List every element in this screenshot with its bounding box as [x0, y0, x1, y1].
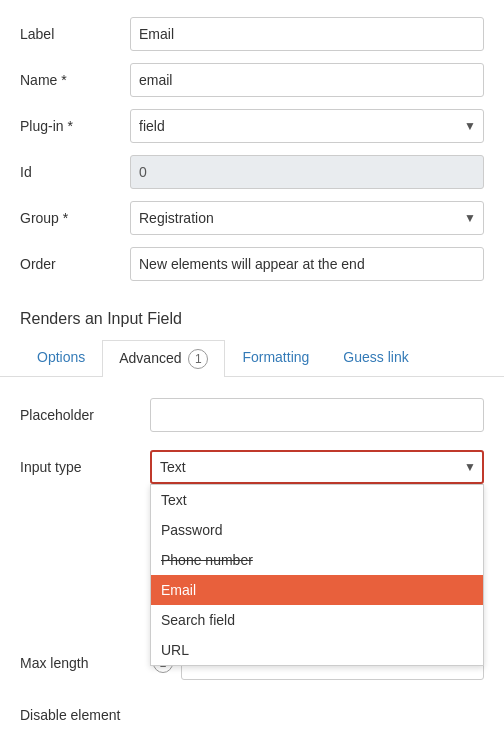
- tab-content-advanced: Placeholder Input type Text ▼ Text Passw…: [0, 377, 504, 732]
- id-input: [130, 155, 484, 189]
- group-row: Group * Registration ▼: [20, 200, 484, 236]
- tab-options[interactable]: Options: [20, 340, 102, 377]
- tab-guess-link[interactable]: Guess link: [326, 340, 425, 377]
- order-input[interactable]: [130, 247, 484, 281]
- disable-element-row: Disable element: [20, 697, 484, 732]
- tab-formatting[interactable]: Formatting: [225, 340, 326, 377]
- label-label: Label: [20, 26, 130, 42]
- placeholder-label: Placeholder: [20, 407, 150, 423]
- input-type-select[interactable]: Text: [150, 450, 484, 484]
- input-type-label: Input type: [20, 459, 150, 475]
- tabs-bar: Options Advanced 1 Formatting Guess link: [0, 340, 504, 377]
- dropdown-item-phone[interactable]: Phone number: [151, 545, 483, 575]
- group-select[interactable]: Registration: [130, 201, 484, 235]
- tab-formatting-label: Formatting: [242, 349, 309, 365]
- group-select-wrapper: Registration ▼: [130, 201, 484, 235]
- form-section: Label Name * Plug-in * field ▼ Id Group …: [0, 0, 504, 302]
- input-type-container: Text ▼ Text Password Phone number Email …: [150, 450, 484, 484]
- dropdown-item-url[interactable]: URL: [151, 635, 483, 665]
- dropdown-item-email[interactable]: Email: [151, 575, 483, 605]
- order-row: Order: [20, 246, 484, 282]
- renders-title: Renders an Input Field: [0, 302, 504, 340]
- plugin-select-wrapper: field ▼: [130, 109, 484, 143]
- dropdown-item-text[interactable]: Text: [151, 485, 483, 515]
- label-input[interactable]: [130, 17, 484, 51]
- tab-advanced-badge: 1: [188, 349, 208, 369]
- id-row: Id: [20, 154, 484, 190]
- placeholder-row: Placeholder: [20, 397, 484, 433]
- name-row: Name *: [20, 62, 484, 98]
- id-label: Id: [20, 164, 130, 180]
- order-label: Order: [20, 256, 130, 272]
- plugin-row: Plug-in * field ▼: [20, 108, 484, 144]
- input-type-dropdown: Text Password Phone number Email Search …: [150, 484, 484, 666]
- disable-element-label: Disable element: [20, 707, 150, 723]
- dropdown-item-password[interactable]: Password: [151, 515, 483, 545]
- plugin-select[interactable]: field: [130, 109, 484, 143]
- plugin-label: Plug-in *: [20, 118, 130, 134]
- tab-advanced[interactable]: Advanced 1: [102, 340, 225, 377]
- placeholder-input[interactable]: [150, 398, 484, 432]
- tab-options-label: Options: [37, 349, 85, 365]
- max-length-label: Max length: [20, 655, 150, 671]
- name-label: Name *: [20, 72, 130, 88]
- input-type-row: Input type Text ▼ Text Password Phone nu…: [20, 449, 484, 485]
- tab-advanced-label: Advanced: [119, 350, 181, 366]
- name-input[interactable]: [130, 63, 484, 97]
- tab-guess-link-label: Guess link: [343, 349, 408, 365]
- dropdown-item-search-field[interactable]: Search field: [151, 605, 483, 635]
- label-row: Label: [20, 16, 484, 52]
- group-label: Group *: [20, 210, 130, 226]
